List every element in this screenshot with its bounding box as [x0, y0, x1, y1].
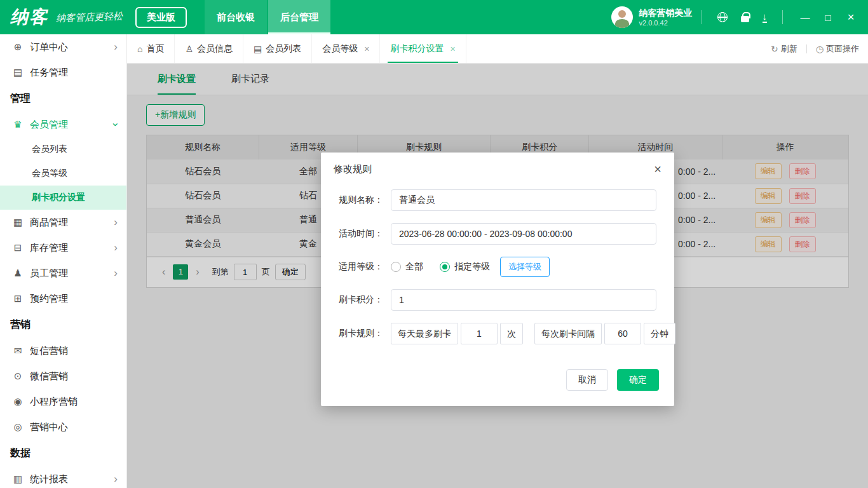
confirm-button[interactable]: 确定 [617, 369, 659, 391]
daily-max-label: 每天最多刷卡 [391, 323, 458, 344]
tab-home[interactable]: ⌂ 首页 [127, 34, 175, 63]
select-level-button[interactable]: 选择等级 [500, 257, 550, 277]
radio-specified-levels-label[interactable]: 指定等级 [454, 261, 490, 273]
sidebar-subitem-card-points-settings[interactable]: 刷卡积分设置 [0, 186, 126, 210]
tab-member-list[interactable]: ▤ 会员列表 [243, 34, 312, 63]
modal-footer: 取消 确定 [321, 356, 674, 406]
tab-label: 会员等级 [322, 43, 358, 55]
chevron-right-icon: › [114, 267, 118, 280]
tab-label: 会员信息 [197, 43, 233, 55]
chevron-right-icon: › [114, 241, 118, 254]
chevron-down-icon: › [109, 123, 122, 126]
page-operations-icon: ◷ [816, 44, 824, 54]
user-icon: ♙ [185, 44, 193, 54]
close-tab-icon[interactable]: × [364, 44, 369, 54]
user-name: 纳客营销美业 [639, 7, 693, 18]
avatar [611, 6, 633, 28]
sidebar-item-order-center[interactable]: ⊕ 订单中心 › [0, 34, 126, 60]
sidebar-item-label: 员工管理 [30, 268, 114, 280]
sidebar-item-sms-marketing[interactable]: ✉ 短信营销 [0, 338, 126, 363]
radio-specified-levels[interactable] [440, 262, 450, 272]
nav-front-cashier[interactable]: 前台收银 [205, 0, 267, 34]
chevron-right-icon: › [114, 216, 118, 229]
close-tab-icon[interactable]: × [450, 44, 455, 54]
modal-body: 规则名称： 活动时间： 适用等级： 全部 [321, 182, 674, 344]
sidebar-item-label: 预约管理 [30, 293, 118, 305]
page-operations-label: 页面操作 [826, 43, 859, 55]
edit-rule-modal: 修改规则 × 规则名称： 活动时间： 适用等级： [321, 152, 674, 406]
activity-time-row: 活动时间： [339, 223, 656, 245]
header-nav: 前台收银 后台管理 [205, 0, 332, 34]
card-points-label: 刷卡积分： [339, 294, 391, 306]
tab-card-points-settings[interactable]: 刷卡积分设置 × [380, 34, 466, 63]
sidebar-item-member-management[interactable]: ♛ 会员管理 › [0, 112, 126, 137]
chevron-right-icon: › [114, 473, 118, 485]
sidebar-item-wechat-marketing[interactable]: ⊙ 微信营销 [0, 363, 126, 389]
rule-name-label: 规则名称： [339, 194, 391, 206]
app-slogan: 纳客管店更轻松 [56, 10, 123, 25]
sidebar-section-management: 管理 [0, 85, 126, 112]
chat-icon: ⊙ [11, 370, 24, 382]
refresh-icon: ↻ [771, 44, 778, 54]
activity-time-label: 活动时间： [339, 228, 391, 240]
nav-back-management[interactable]: 后台管理 [268, 0, 330, 34]
product-icon: ▦ [11, 217, 24, 228]
sidebar-item-miniprogram-marketing[interactable]: ◉ 小程序营销 [0, 389, 126, 414]
tab-member-info[interactable]: ♙ 会员信息 [175, 34, 243, 63]
sidebar-subitem-member-list[interactable]: 会员列表 [0, 137, 126, 161]
globe-icon[interactable] [717, 12, 728, 22]
sidebar-item-staff-management[interactable]: ♟ 员工管理 › [0, 261, 126, 286]
sidebar-item-label: 商品管理 [30, 217, 114, 229]
app-version: v2.0.0.42 [639, 18, 693, 27]
radio-all-levels[interactable] [391, 262, 401, 272]
envelope-icon: ✉ [11, 345, 24, 356]
sidebar-item-label: 小程序营销 [30, 396, 118, 408]
daily-max-input[interactable] [461, 323, 498, 344]
interval-input[interactable] [604, 323, 641, 344]
user-block: 纳客营销美业 v2.0.0.42 [639, 7, 693, 27]
applicable-level-label: 适用等级： [339, 261, 391, 273]
sidebar-item-statistics-reports[interactable]: ▥ 统计报表 › [0, 466, 126, 488]
radio-all-levels-label[interactable]: 全部 [405, 261, 423, 273]
inventory-icon: ⊟ [11, 242, 24, 254]
header-divider [702, 10, 702, 24]
sidebar: ⊕ 订单中心 › ▤ 任务管理 管理 ♛ 会员管理 › 会员列表 会员等级 刷卡… [0, 34, 127, 488]
sidebar-item-label: 库存管理 [30, 242, 114, 254]
card-rule-label: 刷卡规则： [339, 328, 391, 339]
cancel-button[interactable]: 取消 [566, 369, 608, 391]
tab-label: 刷卡积分设置 [390, 43, 444, 55]
edition-button[interactable]: 美业版 [135, 7, 187, 28]
tab-member-level[interactable]: 会员等级 × [312, 34, 380, 63]
interval-label: 每次刷卡间隔 [534, 323, 602, 344]
tab-label: 首页 [146, 43, 164, 55]
close-modal-icon[interactable]: × [654, 163, 661, 175]
app-header: 纳客 纳客管店更轻松 美业版 前台收银 后台管理 纳客营销美业 v2.0.0.4… [0, 0, 868, 34]
minimize-button[interactable]: — [796, 8, 815, 27]
lock-icon[interactable] [741, 16, 749, 22]
maximize-button[interactable]: □ [818, 8, 837, 27]
card-points-row: 刷卡积分： [339, 289, 656, 311]
chart-icon: ▥ [11, 473, 24, 485]
close-window-button[interactable]: × [841, 8, 860, 27]
sidebar-item-label: 微信营销 [30, 370, 118, 383]
interval-unit: 分钟 [644, 323, 675, 344]
header-divider [782, 10, 783, 24]
refresh-button[interactable]: ↻ 刷新 [771, 43, 797, 55]
rule-name-input[interactable] [391, 189, 656, 211]
download-icon[interactable]: ↓ [763, 11, 768, 23]
sidebar-item-marketing-center[interactable]: ◎ 营销中心 [0, 414, 126, 440]
sidebar-item-appointment-management[interactable]: ⊞ 预约管理 [0, 286, 126, 311]
app-logo: 纳客 [10, 5, 48, 29]
sidebar-item-product-management[interactable]: ▦ 商品管理 › [0, 210, 126, 235]
sidebar-subitem-member-level[interactable]: 会员等级 [0, 161, 126, 186]
activity-time-input[interactable] [391, 223, 656, 245]
sidebar-item-inventory-management[interactable]: ⊟ 库存管理 › [0, 235, 126, 261]
sidebar-item-task-management[interactable]: ▤ 任务管理 [0, 60, 126, 85]
actions-divider [806, 44, 807, 53]
sidebar-item-label: 短信营销 [30, 345, 118, 357]
tab-label: 会员列表 [266, 43, 301, 55]
modal-header: 修改规则 × [321, 152, 674, 182]
refresh-label: 刷新 [781, 43, 797, 55]
page-operations-button[interactable]: ◷ 页面操作 [816, 43, 859, 55]
card-points-input[interactable] [391, 289, 656, 311]
